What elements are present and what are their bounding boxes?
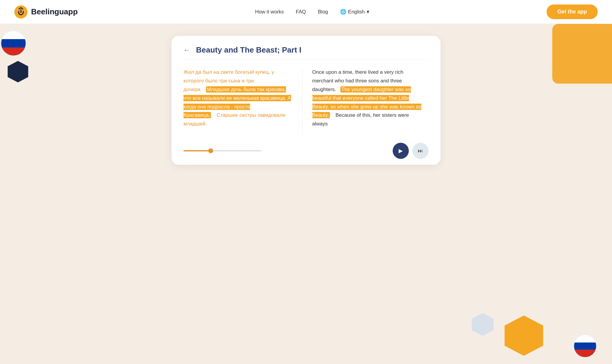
reader-card: ← Beauty and The Beast; Part I Жил да бы…: [172, 36, 440, 165]
svg-rect-5: [20, 12, 22, 13]
nav-blog[interactable]: Blog: [318, 9, 328, 15]
svg-marker-8: [8, 61, 28, 82]
english-text-column: Once upon a time, there lived a very ric…: [303, 68, 429, 134]
book-title: Beauty and The Beast; Part I: [196, 45, 302, 55]
chevron-down-icon: ▾: [367, 9, 369, 15]
skip-icon: ⏭: [418, 148, 423, 154]
globe-icon: 🌐: [340, 9, 346, 15]
deco-flag-top: [0, 30, 27, 57]
skip-button[interactable]: ⏭: [412, 143, 429, 159]
card-header: ← Beauty and The Beast; Part I: [183, 45, 429, 60]
get-app-button[interactable]: Get the app: [547, 4, 598, 19]
deco-gray-hexagon: [470, 312, 495, 337]
svg-rect-4: [20, 11, 22, 11]
bee-logo-icon: [14, 5, 27, 19]
deco-orange-rect-top: [552, 24, 612, 84]
nav: How it works FAQ Blog 🌐 English ▾: [255, 9, 369, 15]
back-button[interactable]: ←: [183, 46, 190, 54]
reading-area: Жил да был на свете богатый купец, у кот…: [183, 68, 429, 134]
deco-flag-bottom: [573, 334, 597, 358]
deco-hexagon-dark: [6, 60, 30, 84]
progress-track[interactable]: [183, 150, 261, 151]
deco-orange-hexagon: [501, 313, 546, 358]
logo-text: Beelinguapp: [31, 7, 78, 16]
svg-marker-9: [505, 316, 543, 356]
progress-fill: [183, 150, 211, 151]
nav-how-it-works[interactable]: How it works: [255, 9, 284, 15]
language-label: English: [348, 9, 365, 15]
russian-text-column: Жил да был на свете богатый купец, у кот…: [183, 68, 303, 134]
nav-faq[interactable]: FAQ: [296, 9, 306, 15]
play-icon: ▶: [399, 148, 403, 154]
logo-area: Beelinguapp: [14, 5, 78, 19]
svg-marker-10: [472, 313, 494, 336]
main-content: ← Beauty and The Beast; Part I Жил да бы…: [0, 24, 612, 364]
language-selector[interactable]: 🌐 English ▾: [340, 9, 369, 15]
play-button[interactable]: ▶: [393, 143, 409, 159]
playbar: ▶ ⏭: [183, 139, 429, 159]
play-controls: ▶ ⏭: [393, 143, 429, 159]
header: Beelinguapp How it works FAQ Blog 🌐 Engl…: [0, 0, 612, 24]
svg-rect-3: [20, 10, 22, 10]
progress-thumb: [208, 148, 213, 153]
